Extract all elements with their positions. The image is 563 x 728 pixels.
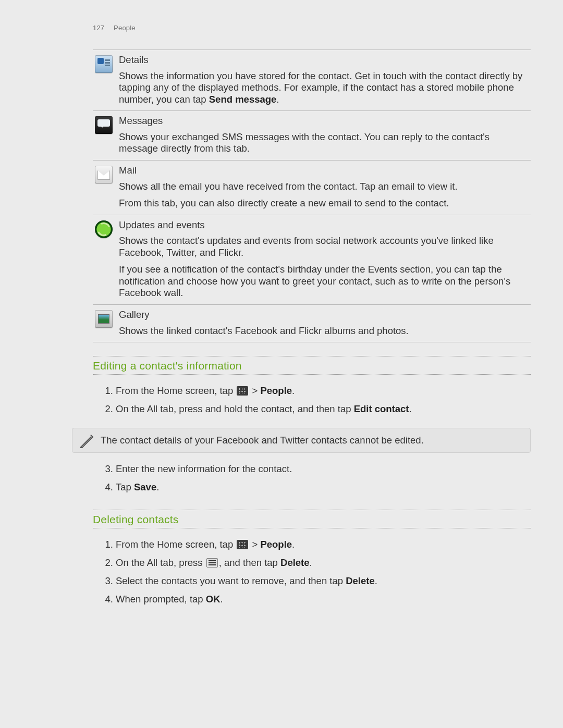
tab-paragraph: If you see a notification of the contact… [119,264,528,299]
mail-icon [95,166,113,183]
step-item: Select the contacts you want to remove, … [116,572,531,590]
tab-paragraph: Shows all the email you have received fr… [119,181,528,193]
page: 127 People Details Shows the information… [0,0,563,728]
step-item: From the Home screen, tap > People. [116,382,531,400]
tab-row-updates: Updates and events Shows the contact's u… [93,215,531,304]
step-item: On the All tab, press , and then tap Del… [116,554,531,572]
tab-row-details: Details Shows the information you have s… [93,50,531,110]
steps-delete: From the Home screen, tap > People. On t… [93,536,531,608]
tab-title: Messages [119,115,163,126]
running-header: 127 People [0,24,563,32]
menu-icon [206,558,218,567]
step-item: Tap Save. [116,478,531,497]
tab-title: Updates and events [119,219,205,230]
page-number: 127 [93,24,104,32]
heading-deleting: Deleting contacts [93,510,531,528]
apps-grid-icon [237,386,248,396]
steps-edit-b: Enter the new information for the contac… [93,460,531,497]
tabs-table: Details Shows the information you have s… [93,50,531,342]
apps-grid-icon [237,540,248,549]
tab-title: Mail [119,165,137,176]
details-icon [95,55,113,73]
pencil-icon [78,433,95,450]
tab-row-messages: Messages Shows your exchanged SMS messag… [93,110,531,160]
steps-edit-a: From the Home screen, tap > People. On t… [93,382,531,418]
messages-icon [95,116,113,134]
step-item: From the Home screen, tap > People. [116,536,531,554]
step-item: When prompted, tap OK. [116,590,531,609]
tab-paragraph: Shows the information you have stored fo… [119,70,528,106]
gallery-icon [95,310,113,328]
tab-title: Gallery [119,309,150,320]
tab-paragraph: Shows the linked contact's Facebook and … [119,325,528,337]
tab-paragraph: Shows your exchanged SMS messages with t… [119,131,528,155]
tab-paragraph: Shows the contact's updates and events f… [119,235,528,258]
step-item: Enter the new information for the contac… [116,460,531,478]
tab-title: Details [119,54,149,65]
note-callout: The contact details of your Facebook and… [72,428,531,453]
section-name: People [114,24,136,32]
tab-row-gallery: Gallery Shows the linked contact's Faceb… [93,304,531,342]
content-area: Details Shows the information you have s… [93,50,531,609]
note-text: The contact details of your Facebook and… [101,435,424,446]
heading-editing: Editing a contact's information [93,356,531,375]
tab-row-mail: Mail Shows all the email you have receiv… [93,160,531,215]
updates-icon [95,220,113,238]
tab-paragraph: From this tab, you can also directly cre… [119,198,528,209]
step-item: On the All tab, press and hold the conta… [116,400,531,418]
